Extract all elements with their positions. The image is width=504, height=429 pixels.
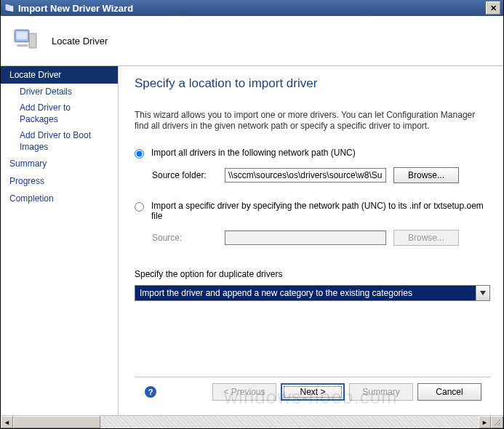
svg-rect-3: [17, 32, 28, 40]
app-icon: [4, 2, 15, 14]
step-completion[interactable]: Completion: [1, 190, 118, 207]
page-heading: Specify a location to import driver: [135, 76, 490, 91]
close-icon: ✕: [490, 4, 497, 13]
wizard-content: Specify a location to import driver This…: [119, 66, 503, 415]
radio-import-specific[interactable]: [135, 202, 144, 212]
wizard-body: Locate Driver Driver Details Add Driver …: [1, 66, 503, 415]
previous-button: < Previous: [212, 383, 276, 401]
step-add-driver-to-packages[interactable]: Add Driver to Packages: [1, 100, 118, 127]
titlebar-text: Import New Driver Wizard: [18, 3, 486, 14]
option-import-all-label: Import all drivers in the following netw…: [151, 148, 356, 158]
step-driver-details[interactable]: Driver Details: [1, 84, 118, 100]
duplicate-drivers-combo[interactable]: Import the driver and append a new categ…: [135, 285, 490, 301]
svg-line-7: [495, 420, 500, 425]
source-folder-input[interactable]: [225, 168, 386, 183]
scroll-right-arrow[interactable]: ►: [479, 416, 491, 428]
header-title: Locate Driver: [52, 36, 108, 47]
next-button[interactable]: Next >: [281, 383, 345, 401]
radio-import-all[interactable]: [135, 149, 144, 159]
scroll-left-arrow[interactable]: ◄: [1, 416, 13, 428]
step-add-driver-to-boot-images[interactable]: Add Driver to Boot Images: [1, 127, 118, 155]
browse-source-file-button: Browse...: [393, 230, 459, 246]
source-folder-label: Source folder:: [152, 170, 217, 180]
horizontal-scrollbar[interactable]: ◄ ►: [1, 415, 503, 428]
close-button[interactable]: ✕: [486, 1, 500, 15]
chevron-down-icon[interactable]: [476, 286, 489, 300]
option-import-specific-label: Import a specific driver by specifying t…: [151, 201, 490, 221]
svg-rect-4: [29, 33, 36, 48]
cancel-button[interactable]: Cancel: [417, 383, 481, 401]
titlebar: Import New Driver Wizard ✕: [1, 0, 503, 16]
step-summary[interactable]: Summary: [1, 155, 118, 172]
option-import-all[interactable]: Import all drivers in the following netw…: [135, 148, 490, 159]
duplicate-drivers-selected: Import the driver and append a new categ…: [135, 286, 476, 300]
browse-source-folder-button[interactable]: Browse...: [393, 167, 459, 183]
scroll-thumb[interactable]: [13, 416, 100, 428]
computer-icon: [11, 26, 40, 55]
wizard-header: Locate Driver: [1, 16, 503, 66]
source-file-row: Source: Browse...: [152, 230, 490, 246]
wizard-window: Import New Driver Wizard ✕ Locate Driver…: [0, 0, 504, 429]
svg-rect-5: [17, 44, 28, 47]
option-import-specific[interactable]: Import a specific driver by specifying t…: [135, 201, 490, 221]
step-locate-driver[interactable]: Locate Driver: [1, 66, 118, 84]
intro-text: This wizard allows you to import one or …: [135, 110, 490, 132]
duplicate-drivers-label: Specify the option for duplicate drivers: [135, 269, 490, 279]
step-progress[interactable]: Progress: [1, 172, 118, 190]
step-sidebar: Locate Driver Driver Details Add Driver …: [1, 66, 119, 415]
scroll-track[interactable]: [100, 416, 479, 428]
svg-marker-1: [6, 4, 9, 11]
help-icon[interactable]: ?: [145, 386, 156, 398]
wizard-footer: ? < Previous Next > Summary Cancel: [135, 377, 490, 408]
resize-grip[interactable]: [491, 416, 503, 428]
source-folder-row: Source folder: Browse...: [152, 167, 490, 183]
source-file-input: [225, 230, 386, 245]
source-file-label: Source:: [152, 233, 217, 243]
svg-marker-6: [480, 291, 486, 295]
svg-line-9: [500, 425, 500, 425]
summary-button: Summary: [349, 383, 413, 401]
